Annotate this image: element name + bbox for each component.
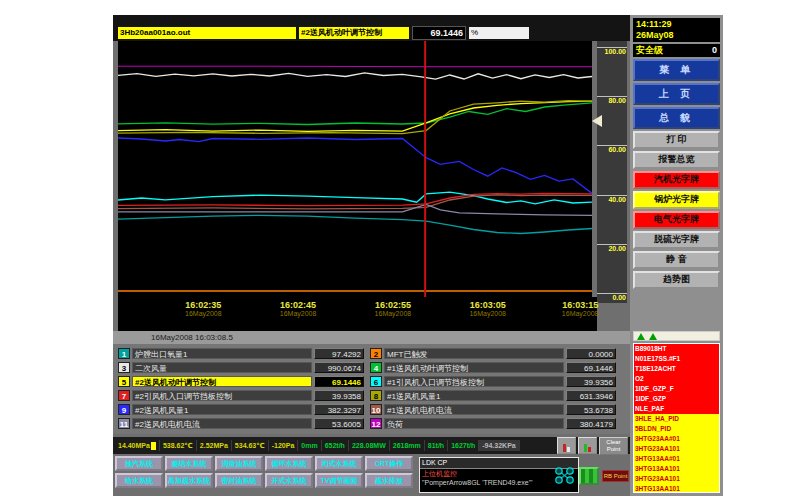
panel-select-button[interactable] <box>579 467 599 485</box>
alarm-tag-red[interactable]: 1IDF_GZP_F <box>634 384 719 394</box>
legend-value-9: 382.3297 <box>314 404 364 415</box>
legend-label-9: #2送风机风量1 <box>132 404 312 415</box>
legend-row-9[interactable]: 9#2送风机风量1382.3297 <box>118 403 364 416</box>
alarm-tag-yellow[interactable]: 3HTG13AA101 <box>634 484 719 493</box>
legend-value-8: 631.3946 <box>566 390 616 401</box>
text-cursor-icon <box>151 442 156 450</box>
safety-count: 0 <box>712 44 717 57</box>
alarm-tag-yellow[interactable]: 3HTG23AA#01 <box>634 434 719 444</box>
clear-point-button[interactable]: Clear Point <box>599 437 628 455</box>
legend-row-12[interactable]: 12负荷380.4179 <box>370 417 616 430</box>
status-item-text: 1627t/h <box>451 442 475 449</box>
status-item-text: 81t/h <box>428 442 444 449</box>
trend-description-field[interactable]: #2送风机动叶调节控制 <box>299 27 409 39</box>
alarm-tag-red[interactable]: N01E17SS.#F1 <box>634 354 719 364</box>
toolbar-button-密封油系统[interactable]: 密封油系统 <box>215 473 263 488</box>
legend-row-10[interactable]: 10#1送风机电机电流53.6738 <box>370 403 616 416</box>
toolbar-button-给水系统[interactable]: 给水系统 <box>115 473 163 488</box>
cursor-timestamp: 16May2008 16:03:08.5 <box>151 333 233 342</box>
rb-point-button[interactable]: RB Point <box>602 470 629 482</box>
legend-label-10: #1送风机电机电流 <box>384 404 564 415</box>
alarm-tag-yellow[interactable]: 3HTG23AA101 <box>634 444 719 454</box>
legend-color-swatch-9: 9 <box>118 404 130 415</box>
nav-button-上页[interactable]: 上 页 <box>633 83 720 105</box>
toolbar-button-CRT操作[interactable]: CRT操作 <box>365 456 413 471</box>
alarm-tag-red[interactable]: NLE_PAF <box>634 404 719 414</box>
trend-plot[interactable] <box>118 41 592 297</box>
x-tick: 16:03:0516May2008 <box>469 300 506 317</box>
alarm-tag-red[interactable]: B89018HT <box>634 344 719 354</box>
status-item-text: 14.40MPa <box>118 442 150 449</box>
nav-button-菜单[interactable]: 菜 单 <box>633 59 720 81</box>
print-button[interactable]: 打 印 <box>633 131 720 149</box>
toolbar-button-TV调节画面[interactable]: TV调节画面 <box>315 473 363 488</box>
legend-value-2: 0.0000 <box>566 348 616 359</box>
scale-pointer-icon[interactable] <box>592 115 602 127</box>
trend-tag-field[interactable]: 3Hb20aa001ao.out <box>118 27 296 39</box>
trend-legend: 1炉膛出口氧量197.42923二次风量990.06745#2送风机动叶调节控制… <box>113 344 630 434</box>
legend-color-swatch-10: 10 <box>370 404 382 415</box>
legend-row-8[interactable]: 8#1送风机风量1631.3946 <box>370 389 616 402</box>
bottom-icons: RB Point <box>554 457 629 495</box>
legend-label-3: 二次风量 <box>132 362 312 373</box>
y-tick-label: 100.00 <box>605 48 626 55</box>
legend-row-6[interactable]: 6#1引风机入口调节挡板控制39.9356 <box>370 375 616 388</box>
alarm-tag-yellow[interactable]: 3HTG13AA#01 <box>634 454 719 464</box>
status-items: 14.40MPa538.62℃2.52MPa534.63℃-120Pa0mm65… <box>115 440 555 451</box>
x-tick-time: 16:03:15 <box>562 300 599 310</box>
legend-row-7[interactable]: 7#2引风机入口调节挡板控制39.9358 <box>118 389 364 402</box>
cursor-timestamp-bar: 16May2008 16:03:08.5 <box>113 331 630 344</box>
legend-label-2: MFT已触发 <box>384 348 564 359</box>
trend-page-button[interactable]: 趋势图 <box>633 271 720 289</box>
toolbar-button-疏水排放[interactable]: 疏水排放 <box>365 473 413 488</box>
legend-row-5[interactable]: 5#2送风机动叶调节控制69.1446 <box>118 375 364 388</box>
alarm-tag-red[interactable]: 1IDF_GZP <box>634 394 719 404</box>
legend-left-column: 1炉膛出口氧量197.42923二次风量990.06745#2送风机动叶调节控制… <box>118 347 364 432</box>
mute-button[interactable]: 静 音 <box>633 251 720 269</box>
legend-row-11[interactable]: 11#2送风机电机电流53.6005 <box>118 417 364 430</box>
toolbar-button-润滑油系统[interactable]: 润滑油系统 <box>215 456 263 471</box>
network-icon[interactable] <box>554 466 576 486</box>
status-item-text: 0mm <box>301 442 317 449</box>
legend-value-1: 97.4292 <box>314 348 364 359</box>
trend-tool-button-1[interactable] <box>557 437 576 454</box>
legend-row-3[interactable]: 3二次风量990.0674 <box>118 361 364 374</box>
nav-buttons: 菜 单上 页总 貌 <box>633 59 720 129</box>
alarm-tag-yellow[interactable]: 3HTG13AA101 <box>634 464 719 474</box>
alarm-tag-yellow[interactable]: 5BLDN_PID <box>634 424 719 434</box>
y-axis-scale: 100.0080.0060.0040.0020.000.00 <box>597 41 627 303</box>
alarm-tag-yellow[interactable]: 3HLE_HA_PID <box>634 414 719 424</box>
annunciator-电气光字牌[interactable]: 电气光字牌 <box>633 211 720 229</box>
alarm-tag-red[interactable]: T18E12ACHT <box>634 364 719 374</box>
toolbar-button-高加疏水系统[interactable]: 高加疏水系统 <box>165 473 213 488</box>
alarm-tag-yellow[interactable]: 3HTG23AA101 <box>634 474 719 484</box>
alarm-summary-button[interactable]: 报警总览 <box>633 151 720 169</box>
annunciator-锅炉光字牌[interactable]: 锅炉光字牌 <box>633 191 720 209</box>
trend-curve-3 <box>118 73 592 79</box>
status-item-7: 652t/h <box>322 440 349 451</box>
x-tick-date: 16May2008 <box>280 310 317 317</box>
annunciator-脱硫光字牌[interactable]: 脱硫光字牌 <box>633 231 720 249</box>
toolbar-button-凝结水系统[interactable]: 凝结水系统 <box>165 456 213 471</box>
legend-label-6: #1引风机入口调节挡板控制 <box>384 376 564 387</box>
pager-up-icon[interactable] <box>637 333 645 340</box>
toolbar-button-循环水系统[interactable]: 循环水系统 <box>265 456 313 471</box>
toolbar-button-抽汽系统[interactable]: 抽汽系统 <box>115 456 163 471</box>
trend-curve-4 <box>118 103 592 125</box>
pager-down-icon[interactable] <box>649 333 657 340</box>
toolbar-button-开式水系统[interactable]: 开式水系统 <box>265 473 313 488</box>
toolbar-button-闭式水系统[interactable]: 闭式水系统 <box>315 456 363 471</box>
status-item-9: 2618mm <box>390 440 425 451</box>
trend-tool-button-2[interactable] <box>578 437 597 454</box>
clock-date: 26May08 <box>636 30 717 41</box>
status-item-text: 534.63℃ <box>235 442 265 449</box>
legend-row-1[interactable]: 1炉膛出口氧量197.4292 <box>118 347 364 360</box>
trend-curve-9 <box>118 138 592 193</box>
annunciator-汽机光字牌[interactable]: 汽机光字牌 <box>633 171 720 189</box>
legend-row-2[interactable]: 2MFT已触发0.0000 <box>370 347 616 360</box>
status-item-1: 14.40MPa <box>115 440 160 451</box>
y-tick-label: 60.00 <box>608 146 626 153</box>
nav-button-总貌[interactable]: 总 貌 <box>633 107 720 129</box>
legend-row-4[interactable]: 4#1送风机动叶调节控制69.1446 <box>370 361 616 374</box>
alarm-tag-red[interactable]: O2 <box>634 374 719 384</box>
